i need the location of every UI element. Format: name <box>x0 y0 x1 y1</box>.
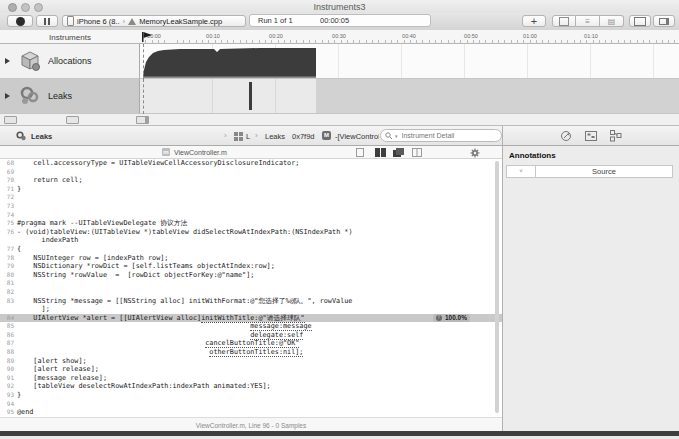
breadcrumb-group-label[interactable]: L <box>246 132 250 141</box>
view-mode-grid-button[interactable]: ▤ <box>600 15 624 27</box>
leak-percentage-value: 100.0% <box>445 314 467 323</box>
view-mode-rows-button[interactable]: ≡ <box>576 15 600 27</box>
view-mode-list-button[interactable] <box>552 15 576 27</box>
line-number: 81 <box>0 279 17 288</box>
code-text: otherButtonTitles:nil]; <box>17 348 303 357</box>
code-line[interactable]: 92 [tableView deselectRowAtIndexPath:ind… <box>0 382 502 391</box>
playhead-flag-icon[interactable] <box>142 32 154 42</box>
jump-bar-file-label[interactable]: ViewController.m <box>174 149 227 156</box>
code-line[interactable]: 89 [alert show]; <box>0 357 502 366</box>
annotations-filter-chevron-icon[interactable]: ˅ <box>507 166 536 177</box>
code-line[interactable]: 70 return cell; <box>0 176 502 185</box>
code-line[interactable]: 91 [message release]; <box>0 374 502 383</box>
code-text: ]; <box>17 305 50 314</box>
comparison-icon[interactable] <box>412 148 422 157</box>
assistant-editor-icon[interactable] <box>375 148 386 157</box>
related-files-icon[interactable] <box>356 148 364 157</box>
breadcrumb-scope-label[interactable]: Leaks <box>265 132 285 141</box>
track-label: Allocations <box>48 56 92 66</box>
code-text: UIAlertView *alert = [[UIAlertView alloc… <box>17 314 305 323</box>
code-line[interactable]: 82 <box>0 288 502 297</box>
editor-scrollbar[interactable] <box>495 161 499 413</box>
record-button[interactable] <box>7 15 33 27</box>
code-line[interactable]: 72 <box>0 193 502 202</box>
code-line[interactable]: 83 NSString *message = [[NSString alloc]… <box>0 297 502 306</box>
toggle-right-pane-button[interactable] <box>653 15 675 27</box>
code-line[interactable]: 80 NSString *rowValue = [rowDict objectF… <box>0 271 502 280</box>
code-line[interactable]: 86 delegate:self <box>0 331 502 340</box>
code-line[interactable]: 90 [alert release]; <box>0 365 502 374</box>
code-line[interactable]: 95@end <box>0 408 502 417</box>
toggle-bottom-pane-button[interactable] <box>629 15 651 27</box>
code-line[interactable]: 81 <box>0 279 502 288</box>
editor-status-text: ViewController.m, Line 96 - 0 Samples <box>196 422 306 429</box>
leak-percentage-badge[interactable]: !100.0% <box>433 314 470 322</box>
search-input[interactable] <box>400 131 494 140</box>
target-app-label: MemoryLeakSample.cpp <box>139 17 222 26</box>
code-line[interactable]: 79 NSDictionary *rowDict = [self.listTea… <box>0 262 502 271</box>
gear-icon[interactable] <box>470 148 480 158</box>
code-line[interactable]: 69 <box>0 168 502 177</box>
record-icon <box>16 17 25 26</box>
code-line[interactable]: 88 otherButtonTitles:nil]; <box>0 348 502 357</box>
line-number: 94 <box>0 400 17 409</box>
pane-bottom-icon <box>634 17 646 26</box>
track-display-button[interactable] <box>66 116 79 124</box>
code-line[interactable]: indexPath <box>0 236 502 245</box>
leaks-track-plot[interactable] <box>140 79 679 114</box>
add-instrument-button[interactable]: + <box>522 15 546 27</box>
code-line[interactable]: 94 <box>0 400 502 409</box>
code-line[interactable]: 74 <box>0 211 502 220</box>
code-text: NSString *rowValue = [rowDict objectForK… <box>17 271 254 280</box>
code-line[interactable]: 68 cell.accessoryType = UITableViewCellA… <box>0 159 502 168</box>
code-line[interactable]: 78 NSUInteger row = [indexPath row]; <box>0 254 502 263</box>
leaks-track-header[interactable]: Leaks <box>0 79 140 114</box>
annotations-table-header[interactable]: ˅ Source <box>506 165 673 178</box>
code-line[interactable]: ]; <box>0 305 502 314</box>
run-label: Run 1 of 1 <box>258 16 293 25</box>
target-selector[interactable]: iPhone 6 (8.. › MemoryLeakSample.cpp <box>62 15 246 27</box>
code-line[interactable]: 87 cancelButtonTitle:@"OK" <box>0 339 502 348</box>
code-line[interactable]: 77{ <box>0 245 502 254</box>
line-number: 72 <box>0 193 17 202</box>
breadcrumb-address-label[interactable]: 0x7f9d <box>292 132 315 141</box>
code-line[interactable]: 73 <box>0 202 502 211</box>
chevron-right-icon: › <box>123 17 126 26</box>
playhead-line <box>143 79 144 114</box>
code-line[interactable]: 76- (void)tableView:(UITableView *)table… <box>0 228 502 237</box>
line-number: 90 <box>0 365 17 374</box>
code-line[interactable]: 71} <box>0 185 502 194</box>
annotations-source-column-header[interactable]: Source <box>536 166 672 177</box>
line-number: 88 <box>0 348 17 357</box>
track-row-leaks[interactable]: Leaks <box>0 79 679 114</box>
extended-detail-icon[interactable] <box>610 130 622 142</box>
track-expand-button[interactable] <box>136 116 149 124</box>
allocations-track-plot[interactable] <box>140 44 679 79</box>
code-editor[interactable]: 68 cell.accessoryType = UITableViewCellA… <box>0 159 502 417</box>
counterparts-icon[interactable] <box>393 148 404 157</box>
code-line[interactable]: 84 UIAlertView *alert = [[UIAlertView al… <box>0 314 502 323</box>
disclosure-triangle-icon[interactable] <box>5 58 10 64</box>
activity-viewer: Run 1 of 1 00:00:05 <box>249 14 431 27</box>
disclosure-triangle-icon[interactable] <box>5 93 10 99</box>
track-row-allocations[interactable]: Allocations <box>0 44 679 79</box>
pause-icon <box>44 18 46 25</box>
leak-event-bar <box>249 82 252 110</box>
detail-toolbar: Leaks › L › Leaks 0x7f9d M -[ViewControl… <box>0 126 679 146</box>
allocations-track-header[interactable]: Allocations <box>0 44 140 79</box>
code-lines: 68 cell.accessoryType = UITableViewCellA… <box>0 159 502 417</box>
track-zoom-button[interactable] <box>4 116 17 124</box>
line-number: 77 <box>0 245 17 254</box>
code-line[interactable]: 75#pragma mark --UITableViewDelegate 协议方… <box>0 219 502 228</box>
display-settings-icon[interactable] <box>585 130 597 142</box>
record-settings-icon[interactable] <box>560 130 572 142</box>
title-bar: Instruments3 <box>0 0 679 14</box>
breadcrumb-method-label[interactable]: -[ViewController tableView:didS <box>335 132 379 141</box>
code-text: message:message <box>17 322 312 331</box>
detail-search-field[interactable]: ▾ <box>380 129 502 142</box>
code-line[interactable]: 93} <box>0 391 502 400</box>
pause-button[interactable] <box>36 15 58 27</box>
search-options-chevron-icon[interactable]: ▾ <box>395 133 398 139</box>
allocations-instrument-icon <box>16 49 42 73</box>
code-line[interactable]: 85 message:message <box>0 322 502 331</box>
